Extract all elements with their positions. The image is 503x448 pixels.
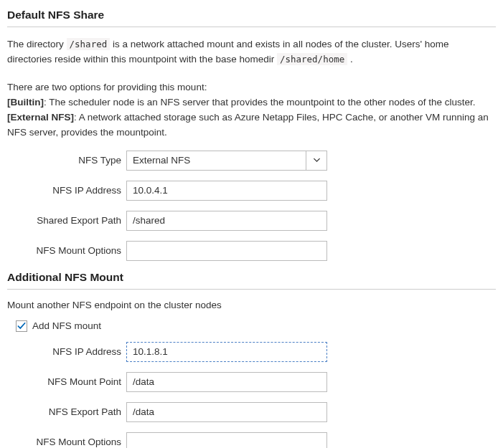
add-nfs-mount-point-label: NFS Mount Point — [7, 376, 126, 387]
shared-home-code: /shared/home — [277, 53, 347, 65]
builtin-text: : The scheduler node is an NFS server th… — [44, 97, 476, 108]
add-nfs-mount-options-label: NFS Mount Options — [7, 437, 126, 447]
desc-text: The directory — [7, 39, 67, 49]
add-nfs-ip-input[interactable] — [126, 342, 327, 362]
additional-nfs-form: NFS IP Address NFS Mount Point NFS Expor… — [7, 342, 496, 448]
nfs-ip-label: NFS IP Address — [7, 185, 126, 196]
nfs-type-select[interactable] — [126, 151, 327, 171]
add-nfs-export-path-input[interactable] — [126, 402, 327, 422]
add-nfs-mount-point-input[interactable] — [126, 372, 327, 392]
nfs-type-dropdown-button[interactable] — [306, 151, 327, 171]
nfs-mount-options-input[interactable] — [126, 241, 327, 261]
default-nfs-share-heading: Default NFS Share — [7, 9, 496, 27]
default-nfs-form: NFS Type NFS IP Address Shared Export Pa… — [7, 151, 496, 261]
add-nfs-export-path-label: NFS Export Path — [7, 406, 126, 417]
nfs-type-input[interactable] — [126, 151, 306, 171]
options-intro: There are two options for providing this… — [7, 80, 496, 95]
add-nfs-ip-row: NFS IP Address — [7, 342, 496, 362]
add-nfs-mount-label: Add NFS mount — [32, 320, 101, 331]
checkmark-icon — [17, 322, 26, 330]
add-nfs-mount-options-row: NFS Mount Options — [7, 432, 496, 448]
nfs-ip-row: NFS IP Address — [7, 181, 496, 201]
external-text: : A network attached storage such as Azu… — [7, 112, 489, 138]
nfs-ip-input[interactable] — [126, 181, 327, 201]
add-nfs-mount-row: Add NFS mount — [16, 320, 496, 332]
shared-export-path-input[interactable] — [126, 211, 327, 231]
external-label: [External NFS] — [7, 112, 74, 123]
nfs-mount-options-row: NFS Mount Options — [7, 241, 496, 261]
add-nfs-mount-options-input[interactable] — [126, 432, 327, 448]
shared-export-path-label: Shared Export Path — [7, 215, 126, 226]
default-nfs-description: The directory /shared is a network attac… — [7, 37, 496, 140]
desc-text: . — [350, 54, 353, 65]
add-nfs-mount-point-row: NFS Mount Point — [7, 372, 496, 392]
builtin-label: [Builtin] — [7, 97, 44, 108]
additional-nfs-mount-heading: Additional NFS Mount — [7, 271, 496, 290]
additional-nfs-description: Mount another NFS endpoint on the cluste… — [7, 300, 496, 310]
nfs-mount-options-label: NFS Mount Options — [7, 245, 126, 256]
chevron-down-icon — [314, 158, 320, 162]
add-nfs-mount-checkbox[interactable] — [16, 320, 27, 332]
shared-path-code: /shared — [67, 38, 111, 50]
add-nfs-export-path-row: NFS Export Path — [7, 402, 496, 422]
nfs-type-label: NFS Type — [7, 155, 126, 166]
add-nfs-ip-label: NFS IP Address — [7, 346, 126, 357]
shared-export-path-row: Shared Export Path — [7, 211, 496, 231]
nfs-type-row: NFS Type — [7, 151, 496, 171]
